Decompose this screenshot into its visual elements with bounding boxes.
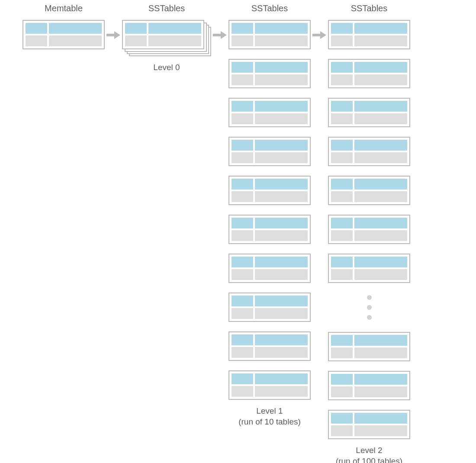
arrow-right-icon <box>213 31 227 39</box>
sstable-card <box>228 98 311 127</box>
sstable-card <box>228 176 311 205</box>
level2-caption: Level 2 (run of 100 tables) <box>336 445 402 463</box>
sstable-card <box>328 176 410 205</box>
sstable-card <box>328 98 410 127</box>
level1-caption-line1: Level 1 <box>256 406 283 415</box>
column-level2: SSTables Level 2 (run of 100 tables) <box>328 3 410 463</box>
level2-caption-line2: (run of 100 tables) <box>336 457 402 463</box>
ellipsis-dots <box>328 293 410 322</box>
column-level1: SSTables Level 1 (run of 10 tables) <box>228 3 311 427</box>
level1-caption-line2: (run of 10 tables) <box>238 417 301 426</box>
sstable-card <box>228 293 311 322</box>
level0-caption: Level 0 <box>153 62 180 73</box>
level2-tables <box>328 20 410 439</box>
sstable-card <box>228 215 311 244</box>
arrow-right-icon <box>312 31 326 39</box>
sstable-card <box>328 20 410 49</box>
sstable-card <box>328 59 410 88</box>
ellipsis-dot-icon <box>367 305 372 310</box>
memtable-card <box>23 20 105 49</box>
sstable-card <box>228 59 311 88</box>
arrow-slot-1: . <box>105 3 122 39</box>
sstable-card <box>228 137 311 166</box>
memtable-title: Memtable <box>45 3 83 14</box>
arrow-slot-3: . <box>311 3 328 39</box>
ellipsis-dot-icon <box>367 315 372 320</box>
sstable-card <box>328 332 410 361</box>
level1-tables <box>228 20 311 400</box>
sstable-card <box>122 20 204 49</box>
column-level0: SSTables Level 0 <box>122 3 211 73</box>
column-memtable: Memtable <box>23 3 105 49</box>
lsm-compaction-diagram: Memtable . SSTables <box>23 3 410 463</box>
sstable-card <box>328 254 410 283</box>
sstable-card <box>328 371 410 400</box>
arrow-slot-2: . <box>211 3 228 39</box>
level2-caption-line1: Level 2 <box>356 446 382 455</box>
sstable-card <box>228 254 311 283</box>
level0-title: SSTables <box>148 3 185 14</box>
sstable-card <box>228 331 311 361</box>
arrow-right-icon <box>106 31 120 39</box>
sstable-card <box>328 137 410 166</box>
level2-title: SSTables <box>351 3 388 14</box>
sstable-card <box>228 20 311 49</box>
level0-stack <box>122 20 211 56</box>
level1-title: SSTables <box>251 3 288 14</box>
level1-caption: Level 1 (run of 10 tables) <box>238 406 301 427</box>
sstable-card <box>328 410 410 439</box>
ellipsis-dot-icon <box>367 295 372 300</box>
sstable-card <box>328 215 410 244</box>
sstable-card <box>228 370 311 400</box>
